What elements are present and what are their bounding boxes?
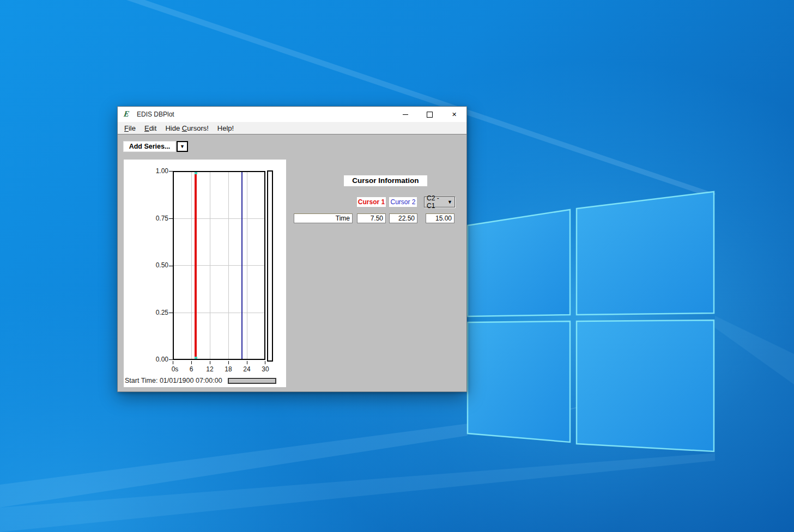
close-button[interactable]: ✕ — [442, 107, 466, 122]
cursor-diff-selected-value: C2 - C1 — [427, 194, 447, 210]
cursor-2-label[interactable]: Cursor 2 — [389, 197, 417, 207]
cursor-2-time-value[interactable]: 22.50 — [389, 213, 417, 223]
cursor-1-label[interactable]: Cursor 1 — [357, 197, 386, 207]
app-icon: E — [123, 110, 133, 119]
chevron-down-icon: ▼ — [447, 200, 452, 205]
cursor-1-time-value[interactable]: 7.50 — [357, 213, 386, 223]
menu-hide-cursors[interactable]: Hide Cursors! — [161, 123, 213, 133]
cursor-1-line[interactable] — [195, 172, 197, 359]
menu-edit-underline: E — [144, 124, 149, 132]
x-axis-label: 24 — [239, 365, 255, 373]
gridline-y025 — [174, 313, 264, 313]
vertical-scrollbar[interactable] — [267, 170, 273, 362]
y-axis-tick — [169, 359, 173, 360]
windows-logo-pane-bottom-right — [577, 320, 714, 451]
close-icon: ✕ — [452, 112, 457, 118]
edis-dbplot-window: E EDIS DBPlot ✕ File Edit Hide Cursors! … — [117, 106, 467, 392]
y-axis-tick — [169, 266, 173, 266]
x-axis-tick — [191, 361, 192, 364]
x-axis-label: 12 — [202, 365, 218, 373]
y-axis-label: 0.00 — [144, 356, 168, 363]
minimize-icon — [403, 114, 408, 115]
window-title: EDIS DBPlot — [137, 111, 174, 118]
windows-logo-pane-top-right — [577, 192, 714, 315]
menu-file[interactable]: File — [120, 123, 140, 133]
x-axis-tick — [173, 361, 173, 364]
menu-hide-cursors-rest: ursors! — [187, 124, 209, 132]
menu-edit[interactable]: Edit — [140, 123, 161, 133]
add-series-button[interactable]: Add Series... — [123, 141, 176, 152]
cursor-1-top-marker — [195, 172, 197, 174]
gridline-y075 — [174, 218, 264, 219]
cursor-1-bottom-marker — [195, 357, 197, 359]
cursor-diff-value[interactable]: 15.00 — [426, 213, 454, 223]
x-axis-label: 6 — [183, 365, 199, 373]
menu-hide-cursors-pre: Hide — [165, 124, 181, 132]
y-axis-tick — [169, 218, 173, 219]
add-series-dropdown-button[interactable]: ▼ — [177, 141, 188, 152]
windows-logo-pane-bottom-left — [468, 321, 570, 442]
cursor-2-line[interactable] — [241, 172, 243, 359]
maximize-icon — [427, 112, 433, 118]
gridline-y050 — [174, 265, 264, 266]
y-axis-label: 0.75 — [144, 215, 168, 222]
plot-panel: 1.00 0.75 0.50 0.25 0.00 0 — [124, 160, 286, 387]
cursor-diff-dropdown[interactable]: C2 - C1 ▼ — [424, 197, 455, 207]
title-bar[interactable]: E EDIS DBPlot ✕ — [118, 107, 466, 122]
plot-canvas[interactable] — [173, 171, 265, 360]
minimize-button[interactable] — [393, 107, 417, 122]
menu-file-rest: ile — [129, 124, 136, 132]
menu-hide-cursors-underline: C — [182, 124, 187, 132]
x-axis-label: 18 — [220, 365, 237, 373]
x-axis-tick — [210, 361, 210, 364]
menu-file-underline: F — [124, 124, 129, 132]
row-label-time-field[interactable]: Time — [294, 213, 353, 223]
x-axis-label: 30 — [257, 365, 274, 373]
windows-logo — [468, 192, 714, 451]
chevron-down-icon: ▼ — [180, 144, 185, 149]
cursor-information-title: Cursor Information — [344, 175, 427, 186]
menu-bar: File Edit Hide Cursors! Help! — [118, 122, 466, 134]
start-time-label: Start Time: 01/01/1900 07:00:00 — [125, 377, 222, 384]
horizontal-scrollbar[interactable] — [228, 378, 276, 384]
menu-edit-rest: dit — [149, 124, 157, 132]
x-axis-label: 0s — [167, 365, 183, 373]
menu-help-pre: Help! — [217, 124, 234, 132]
maximize-button[interactable] — [417, 107, 442, 122]
y-axis-tick — [169, 313, 173, 313]
y-axis-label: 1.00 — [144, 167, 168, 175]
y-axis-label: 0.50 — [144, 261, 168, 269]
x-axis-tick — [228, 361, 229, 364]
menu-help[interactable]: Help! — [213, 123, 238, 133]
y-axis-tick — [169, 171, 173, 172]
x-axis-tick — [247, 361, 247, 364]
caption-buttons: ✕ — [393, 107, 466, 122]
x-axis-tick — [265, 361, 265, 364]
windows-logo-pane-top-left — [468, 210, 570, 316]
y-axis-label: 0.25 — [144, 309, 168, 316]
